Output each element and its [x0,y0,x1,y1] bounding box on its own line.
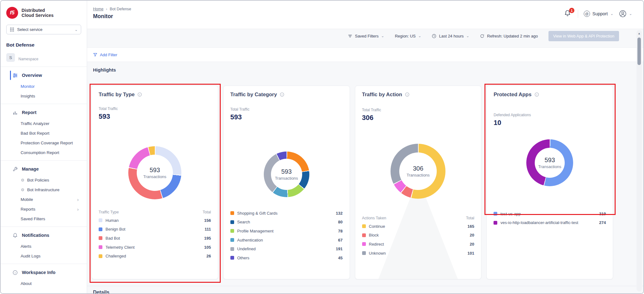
sidebar-item-saved-filters[interactable]: Saved Filters [1,214,87,224]
donut-chart[interactable]: 306Transactions [391,144,445,199]
legend-item-undefined[interactable]: Undefined191 [230,244,343,253]
legend-value: 26 [206,254,211,258]
legend: Traffic TypeTotalHuman156Benign Bot111Ba… [99,208,211,261]
legend-swatch [230,229,234,233]
sidebar-item-monitor[interactable]: Monitor [1,82,87,91]
user-menu-button[interactable]: ⌄ [619,10,632,17]
legend-item-unknown[interactable]: Unknown101 [362,249,474,258]
add-filter-button[interactable]: Add Filter [93,52,117,57]
legend-item-bad-bot[interactable]: Bad Bot195 [99,234,211,243]
sidebar-section-notifications[interactable]: Notifications [1,229,87,242]
donut-center-label: Transactions [406,173,430,177]
scrollbar-thumb[interactable] [637,37,641,65]
notifications-bell-button[interactable]: 1 [564,10,572,18]
sidebar-item-mobile[interactable]: Mobile› [1,195,87,204]
legend-item-profile-management[interactable]: Profile Management78 [230,227,343,236]
legend-item-others[interactable]: Others45 [230,253,343,262]
main-area: Home › Bot Defense Monitor 1 @ Support ⌄ [87,1,643,293]
breadcrumb-home-link[interactable]: Home [93,7,103,11]
breadcrumb-separator: › [106,7,107,11]
time-range-dropdown[interactable]: Last 24 hours ⌄ [432,34,469,38]
legend-header: Actions TakenTotal [362,214,474,222]
legend-swatch [362,233,366,237]
circle-dot-icon [21,178,25,182]
info-icon[interactable] [280,92,284,97]
circle-dot-icon [21,188,25,192]
brand: f5 Distributed Cloud Services [1,1,87,19]
legend-item-continue[interactable]: Continue165 [362,222,474,231]
donut-center: 593Transactions [526,139,573,186]
legend-item-search[interactable]: Search80 [230,218,343,227]
sidebar-item-consumption-report[interactable]: Consumption Report [1,148,87,157]
legend-item-test-us-app[interactable]: test-us-app319 [494,209,606,218]
legend-swatch [362,251,366,255]
sidebar-item-traffic-analyzer[interactable]: Traffic Analyzer [1,119,87,128]
sidebar-item-alerts[interactable]: Alerts [1,242,87,251]
info-icon[interactable] [534,92,539,97]
sidebar-section-workspace-info[interactable]: Workspace Info [1,266,87,279]
nav-section-block: NotificationsAlertsAudit Logs [1,227,87,264]
legend-item-challenged[interactable]: Challenged26 [99,252,211,261]
sidebar-item-about[interactable]: About [1,279,87,288]
select-service-dropdown[interactable]: Select service ⌄ [6,25,81,34]
sidebar-item-label: Bot Policies [27,178,49,182]
donut-center-value: 593 [544,157,555,164]
sidebar-section-report[interactable]: Report [1,106,87,119]
bell-icon [564,12,571,17]
namespace-badge[interactable]: S [6,53,15,62]
chevron-right-icon: › [77,207,79,212]
sidebar-section-manage[interactable]: Manage [1,163,87,175]
legend-swatch [230,211,234,215]
stat-value: 593 [99,112,118,121]
divider [578,10,578,18]
donut-center-label: Transactions [538,164,561,169]
region-dropdown[interactable]: Region: US ⌄ [395,34,421,38]
f5-logo-icon[interactable]: f5 [6,7,18,19]
info-icon[interactable] [137,92,142,97]
legend-item-redirect[interactable]: Redirect20 [362,240,474,249]
info-icon [12,270,18,275]
legend-item-ves-io-http-loadbalancer-artificial-traffic-test[interactable]: ves-io-http-loadbalancer-artificial-traf… [494,218,606,227]
scroll-up-arrow-icon[interactable]: ▲ [637,32,642,35]
sidebar-section-overview[interactable]: Overview [1,69,87,82]
breadcrumb-current: Bot Defense [110,7,131,11]
legend-item-block[interactable]: Block20 [362,231,474,240]
card-title: Protected Apps [494,92,531,97]
sidebar-item-protection-coverage-report[interactable]: Protection Coverage Report [1,138,87,148]
chevron-down-icon: ⌄ [466,34,469,38]
legend-swatch [99,218,102,222]
legend-item-benign-bot[interactable]: Benign Bot111 [99,225,211,234]
vertical-scrollbar[interactable]: ▲ [637,30,642,292]
legend: Actions TakenTotalContinue165Block20Redi… [362,214,474,257]
namespace-label: Namespace [18,57,38,62]
view-in-waap-button[interactable]: View in Web App & API Protection [548,31,619,41]
sidebar-item-bot-infrastructure[interactable]: Bot Infrastructure [1,185,87,195]
sidebar-item-insights[interactable]: Insights [1,91,87,101]
donut-center-value: 306 [413,165,423,172]
sidebar-item-label: Reports [21,207,35,212]
legend-item-telemetry-client[interactable]: Telemetry Client105 [99,243,211,252]
donut-center: 593Transactions [128,146,181,199]
legend-item-authentication[interactable]: Authentication67 [230,236,343,245]
donut-center-label: Transactions [143,174,166,179]
legend-item-shopping-gift-cards[interactable]: Shopping & Gift Cards132 [230,209,343,218]
sidebar-section-label: Notifications [22,233,49,238]
namespace-selector[interactable]: S Namespace [6,53,81,62]
legend-value: 20 [470,233,474,237]
donut-chart[interactable]: 593Transactions [526,139,573,186]
refresh-button[interactable]: Refresh: Updated 2 min ago [480,34,538,38]
legend-value: 156 [204,218,211,223]
donut-chart[interactable]: 593Transactions [128,146,181,199]
saved-filters-dropdown[interactable]: Saved Filters ⌄ [348,34,384,38]
sidebar-item-reports[interactable]: Reports› [1,204,87,214]
sidebar-item-bot-policies[interactable]: Bot Policies [1,175,87,185]
donut-chart[interactable]: 593Transactions [264,152,309,197]
info-icon[interactable] [405,92,410,97]
legend-item-human[interactable]: Human156 [99,216,211,225]
page-title: Monitor [93,13,113,20]
sidebar-item-audit-logs[interactable]: Audit Logs [1,251,87,261]
donut-center-value: 593 [281,168,292,175]
sidebar-item-bad-bot-report[interactable]: Bad Bot Report [1,128,87,138]
support-menu-button[interactable]: @ Support ⌄ [584,11,613,17]
chevron-down-icon: ⌄ [381,34,384,38]
